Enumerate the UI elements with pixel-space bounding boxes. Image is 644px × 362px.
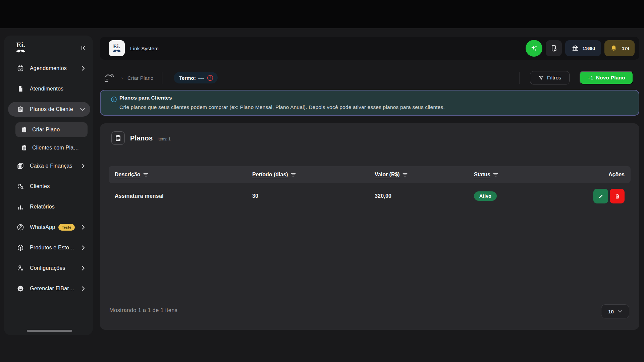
new-plan-label: Novo Plano: [596, 75, 625, 81]
sidebar-item-caixa-e-financas[interactable]: Caixa e Finanças: [8, 159, 90, 173]
sidebar-item-planos-de-cliente[interactable]: Planos de Cliente: [8, 102, 90, 117]
sidebar-item-label: WhatsApp: [30, 224, 55, 230]
page-toolbar: › Criar Plano Termo: --- Filtros +1 Novo…: [100, 71, 639, 84]
bank-days-badge[interactable]: 1168d: [565, 40, 601, 56]
bar-chart-icon: [17, 203, 24, 210]
toolbar-divider: [520, 72, 520, 84]
banner-description: Crie planos que seus clientes podem comp…: [119, 104, 445, 110]
cell-valor: 320,00: [375, 193, 474, 199]
delete-button[interactable]: [610, 189, 625, 203]
sidebar-item-produtos-e-estoque[interactable]: Produtos e Esto…: [8, 240, 90, 255]
sidebar-item-label: Clientes com Pla…: [32, 145, 79, 151]
plans-table-header: Descrição Período (dias) Valor (R$) Stat…: [109, 166, 631, 183]
pencil-icon: [598, 193, 604, 199]
filters-button[interactable]: Filtros: [530, 71, 570, 84]
cell-acoes: [575, 189, 625, 203]
bank-days-value: 1168d: [583, 46, 595, 51]
plans-items-count: Itens: 1: [157, 137, 170, 141]
alert-circle-icon: [207, 74, 214, 81]
cell-descricao: Assinatura mensal: [115, 193, 252, 199]
sidebar-collapse-button[interactable]: [79, 44, 88, 52]
ai-assistant-button[interactable]: [526, 40, 542, 57]
termo-label: Termo:: [179, 75, 196, 81]
breadcrumb-separator: ›: [121, 71, 123, 84]
chevron-right-icon: [82, 286, 85, 291]
sidebar-item-label: Atendimentos: [30, 86, 63, 92]
toolbar-divider: [162, 72, 162, 84]
chevron-down-icon: [618, 310, 622, 313]
clipboard-icon: [114, 134, 122, 142]
filter-funnel-icon: [538, 75, 544, 81]
plans-card-icon-box: [111, 131, 125, 145]
sidebar-item-relatorios[interactable]: Relatórios: [8, 199, 90, 214]
sidebar-item-configuracoes[interactable]: Configurações: [8, 261, 90, 276]
sidebar-menu: Agendamentos Atendimentos Planos de Clie…: [4, 61, 93, 302]
teste-badge: Teste: [58, 224, 74, 231]
sidebar-item-label: Produtos e Esto…: [30, 245, 74, 251]
chevron-right-icon: [82, 245, 85, 250]
filters-label: Filtros: [547, 75, 561, 81]
device-button[interactable]: [546, 40, 562, 56]
plans-card: Planos Itens: 1 Descrição Período (dias)…: [100, 123, 639, 330]
sort-icon: [143, 173, 148, 177]
info-icon: [111, 96, 117, 103]
info-banner: Planos para Clientes Crie planos que seu…: [100, 90, 639, 116]
clipboard-icon: [21, 126, 28, 133]
sidebar-item-label: Planos de Cliente: [30, 106, 73, 112]
chevron-right-icon: [82, 225, 85, 230]
column-header-status[interactable]: Status: [474, 172, 575, 178]
window-top-strip: [0, 0, 644, 29]
sidebar-item-whatsapp[interactable]: WhatsApp Teste: [8, 220, 90, 235]
sidebar-item-label: Relatórios: [30, 204, 55, 210]
page-size-select[interactable]: 10: [601, 304, 629, 318]
sidebar-item-gerenciar-eibarber[interactable]: Gerenciar EiBar…: [8, 281, 90, 296]
clipboard-icon: [21, 144, 28, 151]
column-header-periodo[interactable]: Período (dias): [252, 172, 375, 178]
trash-icon: [614, 193, 621, 199]
breadcrumb-current: Criar Plano: [127, 71, 153, 84]
sidebar-item-atendimentos[interactable]: Atendimentos: [8, 81, 90, 96]
notifications-badge[interactable]: 174: [604, 40, 635, 56]
sidebar-item-label: Caixa e Finanças: [30, 163, 72, 169]
wrench-circle-icon: [17, 224, 24, 231]
header-actions: 1168d 174: [526, 40, 635, 57]
new-plan-button[interactable]: +1 Novo Plano: [580, 71, 633, 84]
chevron-right-icon: [82, 66, 85, 71]
pagination-summary: Mostrando 1 a 1 de 1 itens: [109, 307, 177, 313]
edit-button[interactable]: [593, 189, 608, 203]
column-header-valor[interactable]: Valor (R$): [375, 172, 474, 178]
chevron-down-icon: [80, 108, 85, 111]
sidebar-subitem-clientes-com-plano[interactable]: Clientes com Pla…: [15, 140, 88, 155]
cell-periodo: 30: [252, 193, 375, 199]
sidebar-item-label: Configurações: [30, 265, 65, 271]
column-header-acoes: Ações: [575, 172, 625, 178]
mustache-icon: [16, 49, 26, 53]
clipboard-icon: [17, 106, 24, 113]
sidebar-item-agendamentos[interactable]: Agendamentos: [8, 61, 90, 76]
face-icon: [17, 285, 24, 292]
sidebar-item-label: Gerenciar EiBar…: [30, 286, 74, 292]
termo-value: ---: [198, 75, 204, 81]
app-header: Ei. Link System 1168d: [100, 37, 639, 60]
brand-text: Ei.: [113, 44, 120, 49]
termo-status-pill[interactable]: Termo: ---: [174, 72, 218, 83]
breadcrumb-home-icon[interactable]: [103, 73, 114, 83]
app-logo: Ei.: [109, 40, 125, 56]
person-gear-icon: [17, 264, 24, 272]
cell-status: Ativo: [474, 191, 575, 201]
chevron-right-icon: [82, 266, 85, 270]
sort-icon: [402, 173, 408, 177]
sort-icon: [493, 173, 498, 177]
cube-icon: [17, 244, 24, 251]
sidebar-subitem-criar-plano[interactable]: Criar Plano: [15, 122, 88, 137]
sparkles-icon: [530, 44, 538, 53]
banner-title: Planos para Clientes: [119, 95, 172, 101]
sidebar-horizontal-scrollbar[interactable]: [27, 330, 72, 332]
sidebar-item-label: Criar Plano: [32, 127, 60, 133]
column-header-descricao[interactable]: Descrição: [115, 172, 252, 178]
sidebar-brand-logo: Ei.: [15, 41, 26, 53]
app-title: Link System: [130, 37, 159, 60]
calculator-icon: [17, 162, 24, 170]
sidebar-item-clientes[interactable]: Clientes: [8, 179, 90, 194]
sidebar-item-label: Agendamentos: [30, 65, 67, 71]
